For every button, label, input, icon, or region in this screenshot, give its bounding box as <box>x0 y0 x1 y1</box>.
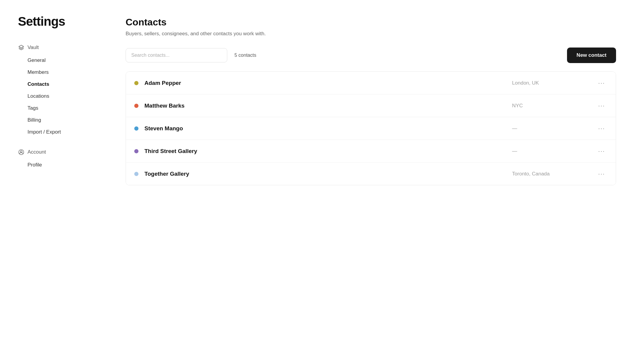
sidebar-vault-nav: GeneralMembersContactsLocationsTagsBilli… <box>18 54 102 138</box>
contact-location: NYC <box>512 103 596 109</box>
sidebar-item-members[interactable]: Members <box>18 66 102 78</box>
contact-more-button[interactable]: ··· <box>596 78 607 88</box>
sidebar: Settings Vault GeneralMembersContactsLoc… <box>18 14 102 185</box>
contact-name: Adam Pepper <box>144 80 512 86</box>
svg-point-1 <box>20 151 22 152</box>
main-content: Contacts Buyers, sellers, consignees, an… <box>126 14 616 185</box>
contact-location: Toronto, Canada <box>512 171 596 177</box>
contact-more-button[interactable]: ··· <box>596 124 607 133</box>
contact-location: London, UK <box>512 80 596 86</box>
table-row: Adam PepperLondon, UK··· <box>126 72 616 94</box>
sidebar-item-locations[interactable]: Locations <box>18 90 102 102</box>
page-container: Settings Vault GeneralMembersContactsLoc… <box>0 0 634 200</box>
contacts-table: Adam PepperLondon, UK···Matthew BarksNYC… <box>126 71 616 185</box>
contact-name: Steven Mango <box>144 125 512 132</box>
contact-more-button[interactable]: ··· <box>596 169 607 178</box>
contacts-title: Contacts <box>126 17 616 28</box>
sidebar-item-billing[interactable]: Billing <box>18 114 102 126</box>
search-input[interactable] <box>126 48 227 62</box>
sidebar-item-import-export[interactable]: Import / Export <box>18 126 102 138</box>
contact-more-button[interactable]: ··· <box>596 101 607 110</box>
sidebar-vault-label: Vault <box>28 45 39 51</box>
contact-location: — <box>512 148 596 154</box>
toolbar: 5 contacts New contact <box>126 48 616 63</box>
contact-name: Third Street Gallery <box>144 148 512 155</box>
contact-dot <box>134 172 138 176</box>
user-circle-icon <box>18 149 25 155</box>
contact-name: Matthew Barks <box>144 103 512 109</box>
table-row: Steven Mango—··· <box>126 117 616 140</box>
contact-location: — <box>512 126 596 131</box>
sidebar-item-profile[interactable]: Profile <box>18 159 102 171</box>
sidebar-vault-section: Vault GeneralMembersContactsLocationsTag… <box>18 43 102 138</box>
sidebar-item-tags[interactable]: Tags <box>18 102 102 114</box>
sidebar-vault-header: Vault <box>18 43 102 52</box>
layers-icon <box>18 44 25 51</box>
table-row: Together GalleryToronto, Canada··· <box>126 163 616 185</box>
table-row: Matthew BarksNYC··· <box>126 94 616 117</box>
contacts-count: 5 contacts <box>234 53 560 58</box>
contact-dot <box>134 81 138 85</box>
page-title: Settings <box>18 14 102 29</box>
sidebar-account-section: Account Profile <box>18 148 102 171</box>
search-box <box>126 48 227 62</box>
contact-dot <box>134 126 138 131</box>
new-contact-button[interactable]: New contact <box>567 48 616 63</box>
contact-more-button[interactable]: ··· <box>596 146 607 156</box>
table-row: Third Street Gallery—··· <box>126 140 616 163</box>
contact-dot <box>134 104 138 108</box>
sidebar-account-header: Account <box>18 148 102 157</box>
contact-name: Together Gallery <box>144 171 512 177</box>
sidebar-account-nav: Profile <box>18 159 102 171</box>
sidebar-item-contacts[interactable]: Contacts <box>18 78 102 90</box>
contacts-subtitle: Buyers, sellers, consignees, and other c… <box>126 31 616 37</box>
contact-dot <box>134 149 138 153</box>
sidebar-item-general[interactable]: General <box>18 54 102 66</box>
sidebar-account-label: Account <box>28 149 46 155</box>
